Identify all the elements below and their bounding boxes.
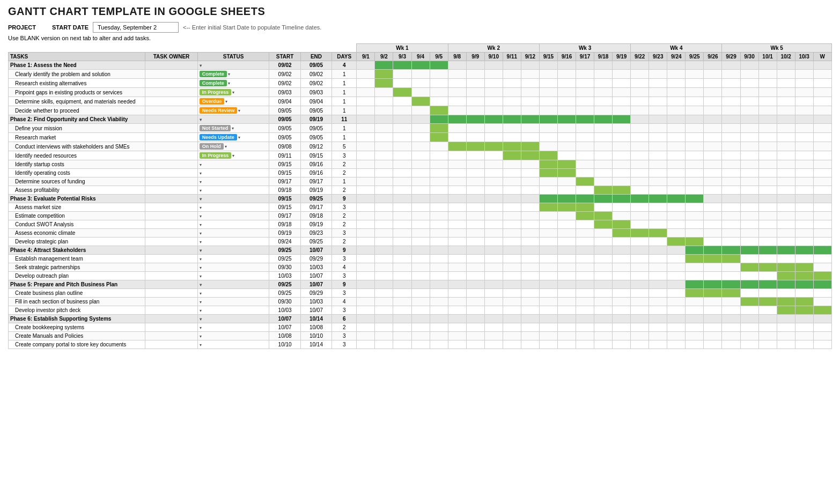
gantt-bar-cell — [740, 115, 758, 124]
task-start-cell: 09/18 — [269, 186, 300, 195]
gantt-bar-cell — [466, 229, 484, 238]
gantt-bar-cell — [686, 289, 704, 298]
gantt-bar-cell — [740, 298, 758, 306]
gantt-bar-cell — [430, 115, 448, 124]
gantt-bar-cell — [430, 151, 448, 160]
status-badge: On Hold — [200, 143, 224, 150]
gantt-bar-cell — [448, 133, 466, 142]
gantt-bar-cell — [704, 133, 722, 142]
gantt-bar-cell — [686, 124, 704, 133]
gantt-bar-cell — [521, 203, 539, 212]
gantt-bar-cell — [631, 238, 649, 246]
gantt-bar-cell — [649, 97, 667, 106]
gantt-bar-cell — [740, 142, 758, 151]
gantt-bar-cell — [503, 255, 521, 263]
status-dropdown-arrow[interactable]: ▾ — [232, 153, 234, 158]
status-dropdown-arrow[interactable]: ▾ — [238, 135, 240, 140]
gantt-bar-cell — [813, 142, 831, 151]
gantt-bar-cell — [521, 160, 539, 169]
task-row: Assess economic climate▾09/1909/233 — [9, 229, 832, 238]
status-dropdown-arrow[interactable]: ▾ — [228, 81, 230, 86]
project-row: PROJECT START DATE Tuesday, September 2 … — [8, 22, 832, 33]
gantt-bar-cell — [740, 323, 758, 332]
task-owner-cell — [145, 186, 197, 195]
gantt-bar-cell — [539, 169, 557, 177]
status-dropdown-arrow[interactable]: ▾ — [232, 126, 234, 131]
task-status-cell: ▾ — [197, 332, 269, 340]
gantt-bar-cell — [667, 106, 686, 115]
gantt-bar-cell — [686, 212, 704, 220]
gantt-bar-cell — [466, 97, 484, 106]
gantt-bar-cell — [594, 306, 613, 315]
gantt-bar-cell — [557, 160, 576, 169]
gantt-bar-cell — [448, 160, 466, 169]
gantt-bar-cell — [777, 88, 795, 97]
start-date-input[interactable]: Tuesday, September 2 — [93, 22, 179, 33]
gantt-bar-cell — [375, 220, 393, 229]
gantt-bar-cell — [357, 70, 375, 79]
task-status-cell: Overdue▾ — [197, 97, 269, 106]
gantt-bar-cell — [722, 332, 740, 340]
gantt-bar-cell — [521, 195, 539, 203]
gantt-bar-cell — [539, 142, 557, 151]
task-days-cell: 11 — [332, 115, 357, 124]
gantt-bar-cell — [594, 169, 613, 177]
gantt-bar-cell — [484, 70, 503, 79]
status-dropdown-arrow[interactable]: ▾ — [238, 108, 240, 113]
day-col-23: 10/2 — [777, 53, 795, 61]
gantt-bar-cell — [466, 289, 484, 298]
gantt-bar-cell — [704, 88, 722, 97]
gantt-bar-cell — [448, 70, 466, 79]
gantt-bar-cell — [393, 315, 411, 323]
gantt-bar-cell — [777, 229, 795, 238]
gantt-bar-cell — [613, 195, 631, 203]
gantt-bar-cell — [448, 298, 466, 306]
gantt-bar-cell — [503, 298, 521, 306]
gantt-bar-cell — [375, 70, 393, 79]
gantt-bar-cell — [722, 238, 740, 246]
gantt-bar-cell — [740, 186, 758, 195]
gantt-bar-cell — [594, 246, 613, 255]
status-dropdown-arrow[interactable]: ▾ — [225, 99, 227, 104]
gantt-bar-cell — [758, 263, 777, 272]
gantt-bar-cell — [503, 88, 521, 97]
gantt-bar-cell — [357, 306, 375, 315]
gantt-bar-cell — [484, 186, 503, 195]
gantt-bar-cell — [357, 340, 375, 349]
gantt-bar-cell — [740, 97, 758, 106]
gantt-bar-cell — [777, 160, 795, 169]
gantt-bar-cell — [576, 220, 594, 229]
status-dropdown-arrow[interactable]: ▾ — [228, 72, 230, 77]
gantt-bar-cell — [795, 142, 813, 151]
gantt-bar-cell — [795, 289, 813, 298]
gantt-bar-cell — [667, 151, 686, 160]
gantt-bar-cell — [649, 212, 667, 220]
gantt-bar-cell — [686, 272, 704, 280]
gantt-bar-cell — [649, 306, 667, 315]
task-status-cell: ▾ — [197, 340, 269, 349]
task-days-cell: 1 — [332, 79, 357, 88]
gantt-bar-cell — [576, 88, 594, 97]
day-col-7: 9/10 — [484, 53, 503, 61]
status-dropdown-arrow[interactable]: ▾ — [232, 90, 234, 95]
gantt-bar-cell — [411, 238, 430, 246]
gantt-bar-cell — [539, 280, 557, 289]
gantt-bar-cell — [722, 133, 740, 142]
project-label: PROJECT — [8, 24, 36, 31]
gantt-bar-cell — [466, 177, 484, 186]
gantt-bar-cell — [777, 332, 795, 340]
day-col-4: 9/5 — [430, 53, 448, 61]
gantt-bar-cell — [466, 246, 484, 255]
status-dropdown-arrow[interactable]: ▾ — [225, 144, 227, 149]
gantt-bar-cell — [357, 186, 375, 195]
task-row: Determine skills, equipment, and materia… — [9, 97, 832, 106]
gantt-bar-cell — [521, 340, 539, 349]
gantt-bar-cell — [594, 263, 613, 272]
gantt-bar-cell — [740, 238, 758, 246]
gantt-bar-cell — [631, 212, 649, 220]
gantt-bar-cell — [722, 195, 740, 203]
status-badge: In Progress — [200, 152, 232, 159]
gantt-bar-cell — [704, 340, 722, 349]
gantt-bar-cell — [411, 169, 430, 177]
gantt-bar-cell — [393, 323, 411, 332]
